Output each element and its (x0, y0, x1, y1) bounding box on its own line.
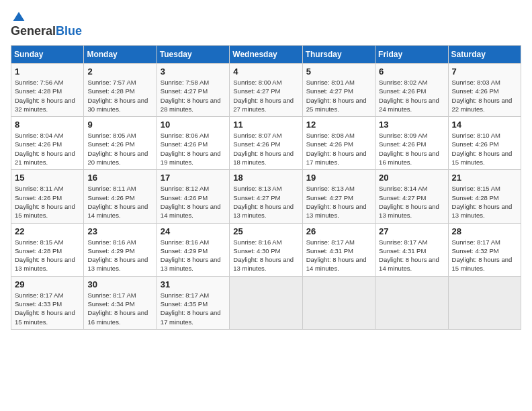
calendar-cell: 15Sunrise: 8:11 AMSunset: 4:26 PMDayligh… (11, 170, 84, 223)
day-info: Sunrise: 8:10 AMSunset: 4:26 PMDaylight:… (452, 131, 517, 167)
calendar-week-row: 22Sunrise: 8:15 AMSunset: 4:28 PMDayligh… (11, 223, 521, 276)
calendar-day-header: Friday (375, 46, 448, 64)
day-number: 24 (161, 226, 226, 236)
calendar-cell: 18Sunrise: 8:13 AMSunset: 4:27 PMDayligh… (230, 170, 302, 223)
day-number: 5 (306, 66, 371, 77)
day-info: Sunrise: 8:05 AMSunset: 4:26 PMDaylight:… (87, 131, 152, 167)
calendar-cell (302, 276, 375, 329)
day-info: Sunrise: 8:15 AMSunset: 4:28 PMDaylight:… (15, 238, 80, 273)
day-info: Sunrise: 8:07 AMSunset: 4:26 PMDaylight:… (233, 131, 298, 167)
calendar-cell: 12Sunrise: 8:08 AMSunset: 4:26 PMDayligh… (302, 117, 375, 170)
day-number: 23 (87, 226, 152, 236)
calendar-cell: 10Sunrise: 8:06 AMSunset: 4:26 PMDayligh… (157, 117, 229, 170)
day-number: 15 (15, 173, 80, 183)
calendar-cell: 17Sunrise: 8:12 AMSunset: 4:26 PMDayligh… (157, 170, 229, 223)
day-number: 25 (233, 226, 298, 236)
calendar-table: SundayMondayTuesdayWednesdayThursdayFrid… (11, 45, 521, 330)
calendar-cell: 11Sunrise: 8:07 AMSunset: 4:26 PMDayligh… (230, 117, 302, 170)
day-info: Sunrise: 8:11 AMSunset: 4:26 PMDaylight:… (15, 184, 80, 220)
day-number: 31 (161, 279, 226, 289)
day-info: Sunrise: 8:16 AMSunset: 4:29 PMDaylight:… (161, 238, 226, 273)
day-number: 12 (306, 120, 371, 130)
day-number: 2 (87, 66, 152, 77)
day-number: 18 (233, 173, 298, 183)
calendar-week-row: 15Sunrise: 8:11 AMSunset: 4:26 PMDayligh… (11, 170, 521, 223)
day-info: Sunrise: 8:17 AMSunset: 4:31 PMDaylight:… (379, 238, 444, 273)
calendar-week-row: 29Sunrise: 8:17 AMSunset: 4:33 PMDayligh… (11, 276, 521, 329)
calendar-cell: 4Sunrise: 8:00 AMSunset: 4:27 PMDaylight… (230, 64, 302, 117)
day-number: 4 (233, 66, 298, 77)
calendar-day-header: Monday (84, 46, 157, 64)
day-number: 20 (379, 173, 444, 183)
day-number: 26 (306, 226, 371, 236)
calendar-day-header: Thursday (302, 46, 375, 64)
day-info: Sunrise: 8:17 AMSunset: 4:31 PMDaylight:… (306, 238, 371, 273)
day-number: 13 (379, 120, 444, 130)
day-info: Sunrise: 8:14 AMSunset: 4:27 PMDaylight:… (379, 184, 444, 220)
day-info: Sunrise: 8:11 AMSunset: 4:26 PMDaylight:… (87, 184, 152, 220)
calendar-day-header: Wednesday (230, 46, 302, 64)
calendar-week-row: 1Sunrise: 7:56 AMSunset: 4:28 PMDaylight… (11, 64, 521, 117)
day-info: Sunrise: 8:06 AMSunset: 4:26 PMDaylight:… (161, 131, 226, 167)
day-number: 19 (306, 173, 371, 183)
calendar-body: 1Sunrise: 7:56 AMSunset: 4:28 PMDaylight… (11, 64, 521, 330)
calendar-day-header: Saturday (448, 46, 521, 64)
day-info: Sunrise: 8:12 AMSunset: 4:26 PMDaylight:… (161, 184, 226, 220)
day-number: 14 (452, 120, 517, 130)
calendar-cell: 23Sunrise: 8:16 AMSunset: 4:29 PMDayligh… (84, 223, 157, 276)
day-info: Sunrise: 8:03 AMSunset: 4:26 PMDaylight:… (452, 78, 517, 113)
day-number: 11 (233, 120, 298, 130)
day-number: 30 (87, 279, 152, 289)
day-info: Sunrise: 8:17 AMSunset: 4:35 PMDaylight:… (161, 291, 226, 326)
calendar-day-header: Tuesday (157, 46, 229, 64)
calendar-cell: 3Sunrise: 7:58 AMSunset: 4:27 PMDaylight… (157, 64, 229, 117)
calendar-cell: 9Sunrise: 8:05 AMSunset: 4:26 PMDaylight… (84, 117, 157, 170)
day-number: 8 (15, 120, 80, 130)
calendar-cell: 21Sunrise: 8:15 AMSunset: 4:28 PMDayligh… (448, 170, 521, 223)
calendar-cell: 22Sunrise: 8:15 AMSunset: 4:28 PMDayligh… (11, 223, 84, 276)
calendar-cell: 8Sunrise: 8:04 AMSunset: 4:26 PMDaylight… (11, 117, 84, 170)
calendar-cell: 25Sunrise: 8:16 AMSunset: 4:30 PMDayligh… (230, 223, 302, 276)
calendar-cell: 26Sunrise: 8:17 AMSunset: 4:31 PMDayligh… (302, 223, 375, 276)
day-number: 21 (452, 173, 517, 183)
day-info: Sunrise: 7:57 AMSunset: 4:28 PMDaylight:… (87, 78, 152, 113)
day-number: 3 (161, 66, 226, 77)
page-header: GeneralBlue (11, 11, 521, 38)
calendar-cell (375, 276, 448, 329)
logo-general-part: General (11, 24, 56, 38)
svg-marker-0 (13, 12, 25, 21)
calendar-cell (448, 276, 521, 329)
calendar-cell: 5Sunrise: 8:01 AMSunset: 4:27 PMDaylight… (302, 64, 375, 117)
calendar-cell: 20Sunrise: 8:14 AMSunset: 4:27 PMDayligh… (375, 170, 448, 223)
calendar-cell: 30Sunrise: 8:17 AMSunset: 4:34 PMDayligh… (84, 276, 157, 329)
calendar-header-row: SundayMondayTuesdayWednesdayThursdayFrid… (11, 46, 521, 64)
day-info: Sunrise: 7:58 AMSunset: 4:27 PMDaylight:… (161, 78, 226, 113)
calendar-cell: 2Sunrise: 7:57 AMSunset: 4:28 PMDaylight… (84, 64, 157, 117)
day-info: Sunrise: 8:17 AMSunset: 4:34 PMDaylight:… (87, 291, 152, 326)
calendar-cell: 14Sunrise: 8:10 AMSunset: 4:26 PMDayligh… (448, 117, 521, 170)
calendar-cell: 27Sunrise: 8:17 AMSunset: 4:31 PMDayligh… (375, 223, 448, 276)
day-number: 17 (161, 173, 226, 183)
day-number: 28 (452, 226, 517, 236)
day-number: 6 (379, 66, 444, 77)
day-number: 1 (15, 66, 80, 77)
day-number: 29 (15, 279, 80, 289)
day-number: 27 (379, 226, 444, 236)
day-number: 22 (15, 226, 80, 236)
day-info: Sunrise: 8:13 AMSunset: 4:27 PMDaylight:… (306, 184, 371, 220)
calendar-cell: 6Sunrise: 8:02 AMSunset: 4:26 PMDaylight… (375, 64, 448, 117)
day-info: Sunrise: 8:16 AMSunset: 4:30 PMDaylight:… (233, 238, 298, 273)
calendar-cell: 19Sunrise: 8:13 AMSunset: 4:27 PMDayligh… (302, 170, 375, 223)
calendar-day-header: Sunday (11, 46, 84, 64)
day-info: Sunrise: 8:08 AMSunset: 4:26 PMDaylight:… (306, 131, 371, 167)
day-info: Sunrise: 8:17 AMSunset: 4:33 PMDaylight:… (15, 291, 80, 326)
calendar-cell: 29Sunrise: 8:17 AMSunset: 4:33 PMDayligh… (11, 276, 84, 329)
day-number: 7 (452, 66, 517, 77)
calendar-cell (230, 276, 302, 329)
day-info: Sunrise: 8:17 AMSunset: 4:32 PMDaylight:… (452, 238, 517, 273)
day-info: Sunrise: 8:02 AMSunset: 4:26 PMDaylight:… (379, 78, 444, 113)
day-number: 10 (161, 120, 226, 130)
calendar-cell: 24Sunrise: 8:16 AMSunset: 4:29 PMDayligh… (157, 223, 229, 276)
logo: GeneralBlue (11, 11, 82, 38)
day-number: 16 (87, 173, 152, 183)
